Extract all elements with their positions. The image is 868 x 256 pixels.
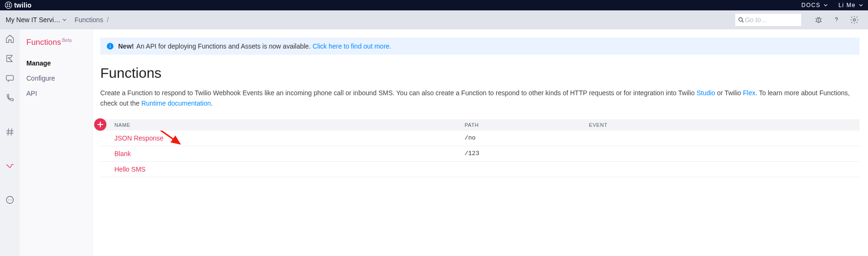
phone-numbers-icon[interactable]	[5, 127, 15, 137]
function-event	[589, 134, 860, 142]
side-sub-nav: FunctionsBeta Manage Configure API	[20, 29, 93, 256]
function-path	[465, 165, 589, 173]
user-menu[interactable]: Li Me	[838, 2, 863, 8]
sidebar-item-api[interactable]: API	[26, 86, 92, 101]
table-row: JSON Response /no	[100, 131, 860, 146]
sub-header: My New IT Servi… Functions /	[0, 10, 868, 29]
svg-point-15	[836, 21, 836, 22]
functions-table: NAME PATH EVENT JSON Response /no Blank …	[100, 119, 860, 177]
home-icon[interactable]	[5, 34, 15, 43]
svg-point-25	[11, 199, 12, 200]
info-icon	[107, 43, 113, 50]
svg-point-0	[5, 2, 12, 8]
function-event	[589, 150, 860, 157]
svg-point-1	[7, 3, 8, 5]
help-icon[interactable]	[832, 15, 841, 25]
svg-line-19	[11, 129, 12, 136]
page-description: Create a Function to respond to Twilio W…	[100, 88, 860, 109]
project-dropdown[interactable]: My New IT Servi…	[6, 16, 67, 24]
twilio-logo-icon	[5, 1, 12, 9]
messaging-icon[interactable]	[5, 74, 15, 83]
svg-line-18	[8, 129, 9, 136]
flex-link[interactable]: Flex	[743, 89, 755, 97]
side-title[interactable]: FunctionsBeta	[26, 38, 92, 47]
search-box[interactable]	[735, 14, 801, 26]
breadcrumb: Functions /	[74, 16, 110, 24]
function-link[interactable]: Hello SMS	[114, 165, 145, 173]
sidebar-item-manage[interactable]: Manage	[26, 56, 92, 71]
svg-line-14	[820, 17, 820, 18]
banner-link[interactable]: Click here to find out more.	[313, 42, 391, 50]
svg-line-13	[818, 17, 818, 18]
beta-badge: Beta	[62, 38, 72, 43]
docs-label: DOCS	[801, 2, 820, 8]
svg-point-5	[739, 17, 743, 21]
banner-text: New! An API for deploying Functions and …	[118, 42, 391, 50]
debug-icon[interactable]	[814, 15, 823, 25]
svg-point-4	[9, 6, 10, 7]
search-input[interactable]	[744, 16, 798, 24]
brand-logo[interactable]: twilio	[5, 1, 32, 9]
breadcrumb-separator: /	[105, 16, 111, 24]
svg-point-24	[9, 199, 10, 200]
project-name: My New IT Servi…	[6, 16, 60, 24]
col-header-event: EVENT	[589, 122, 860, 128]
functions-icon[interactable]	[5, 161, 15, 171]
function-link[interactable]: Blank	[114, 150, 131, 157]
svg-point-16	[853, 18, 856, 21]
page-title: Functions	[100, 65, 860, 81]
add-function-button[interactable]	[94, 118, 106, 131]
settings-icon[interactable]	[850, 15, 859, 25]
main-content: New! An API for deploying Functions and …	[93, 29, 868, 256]
breadcrumb-item[interactable]: Functions	[74, 16, 103, 24]
function-link[interactable]: JSON Response	[114, 134, 163, 142]
brand-name: twilio	[14, 1, 32, 9]
svg-point-28	[110, 44, 111, 45]
svg-rect-27	[110, 46, 110, 48]
table-header: NAME PATH EVENT	[100, 119, 860, 131]
runtime-docs-link[interactable]: Runtime documentation	[141, 99, 211, 107]
table-row: Hello SMS	[100, 162, 860, 177]
svg-point-3	[7, 6, 8, 7]
function-path: /no	[465, 134, 589, 142]
function-event	[589, 165, 860, 173]
flex-icon[interactable]	[5, 54, 15, 63]
function-path: /123	[465, 150, 589, 157]
voice-icon[interactable]	[5, 93, 15, 103]
docs-menu[interactable]: DOCS	[801, 2, 828, 8]
banner-new: New!	[118, 42, 134, 50]
info-banner: New! An API for deploying Functions and …	[100, 38, 860, 55]
svg-point-23	[8, 199, 9, 200]
svg-rect-17	[7, 75, 14, 80]
col-header-name: NAME	[100, 122, 465, 128]
svg-line-10	[815, 21, 817, 22]
top-nav: twilio DOCS Li Me	[0, 0, 868, 10]
chevron-down-icon	[859, 3, 863, 8]
svg-line-11	[820, 18, 822, 19]
studio-link[interactable]: Studio	[697, 89, 715, 97]
svg-line-9	[815, 18, 817, 19]
chevron-down-icon	[62, 17, 67, 22]
col-header-path: PATH	[465, 122, 589, 128]
table-row: Blank /123	[100, 146, 860, 162]
svg-point-2	[9, 3, 10, 5]
search-icon	[738, 17, 744, 23]
svg-line-12	[820, 21, 822, 22]
plus-icon	[97, 121, 104, 128]
svg-line-6	[742, 21, 743, 22]
nav-rail	[0, 29, 20, 256]
sidebar-item-configure[interactable]: Configure	[26, 71, 92, 86]
more-icon[interactable]	[5, 195, 15, 205]
user-label: Li Me	[838, 2, 856, 8]
chevron-down-icon	[823, 3, 828, 8]
